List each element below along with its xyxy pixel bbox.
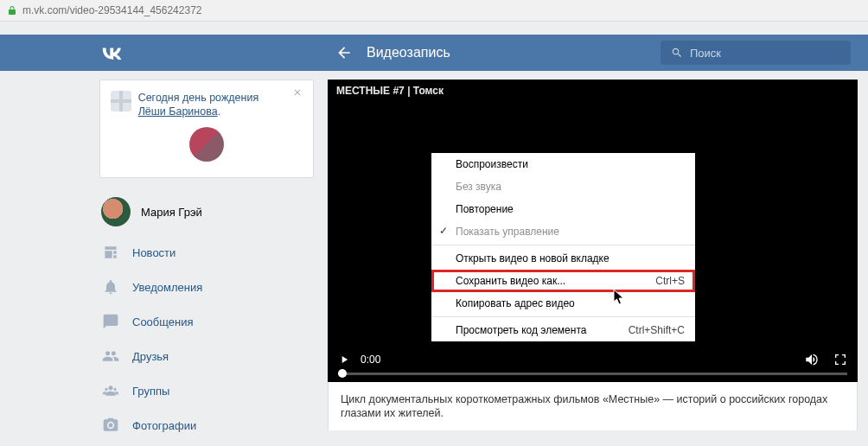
sidebar-item-label: Группы [132, 385, 169, 398]
video-player[interactable]: МЕСТНЫЕ #7 | Томск ВоспроизвестиБез звук… [328, 80, 858, 382]
context-item-label: Просмотреть код элемента [456, 324, 586, 336]
sidebar-item-label: Сообщения [132, 315, 194, 328]
close-icon[interactable] [292, 87, 306, 101]
sidebar-item-photos[interactable]: Фотографии [99, 408, 314, 443]
gift-icon [111, 91, 131, 112]
page-title: Видеозапись [367, 45, 661, 61]
context-item[interactable]: Копировать адрес видео [431, 292, 695, 315]
photo-icon [101, 417, 120, 434]
context-item-shortcut: Ctrl+S [655, 275, 685, 287]
context-menu: ВоспроизвестиБез звукаПовторение✓Показат… [431, 153, 695, 341]
sidebar-item-label: Фотографии [132, 419, 196, 432]
message-icon [101, 313, 120, 330]
groups-icon [101, 382, 120, 399]
vk-logo-icon[interactable] [99, 41, 124, 65]
profile-row[interactable]: Мария Грэй [99, 194, 314, 235]
context-item[interactable]: Просмотреть код элементаCtrl+Shift+C [431, 319, 695, 341]
lock-icon [7, 5, 17, 16]
birthday-avatar[interactable] [189, 127, 224, 162]
address-bar[interactable]: m.vk.com/video-29534144_456242372 [0, 0, 868, 22]
video-title: МЕСТНЫЕ #7 | Томск [328, 80, 858, 102]
birthday-card: Сегодня день рождения Лёши Баринова. [99, 80, 314, 178]
spacer [0, 22, 868, 35]
back-arrow-icon[interactable] [335, 44, 353, 61]
birthday-name[interactable]: Лёши Баринова [138, 105, 218, 118]
search-box[interactable]: Поиск [661, 41, 851, 65]
news-icon [101, 244, 120, 261]
search-icon [671, 47, 683, 59]
context-item[interactable]: Открыть видео в новой вкладке [431, 247, 695, 270]
context-item[interactable]: Воспроизвести [431, 153, 695, 175]
context-item[interactable]: Сохранить видео как...Ctrl+S [431, 270, 695, 292]
progress-handle[interactable] [338, 369, 347, 378]
birthday-text: Сегодня день рождения Лёши Баринова. [138, 91, 259, 118]
sidebar-item-notifications[interactable]: Уведомления [99, 270, 314, 304]
context-item-label: Повторение [456, 203, 514, 215]
profile-name: Мария Грэй [141, 206, 202, 219]
context-item-label: Воспроизвести [456, 158, 528, 170]
friends-icon [101, 347, 120, 365]
sidebar-item-label: Уведомления [132, 281, 202, 294]
progress-bar[interactable] [338, 373, 847, 375]
video-description: Цикл документальных короткометражных фил… [328, 382, 858, 430]
profile-avatar [101, 197, 131, 226]
bell-icon [101, 278, 120, 296]
context-item-label: Копировать адрес видео [456, 297, 575, 309]
video-controls: 0:00 [328, 347, 858, 382]
play-icon[interactable] [338, 354, 350, 366]
volume-icon[interactable] [804, 352, 820, 367]
sidebar-item-label: Друзья [132, 350, 169, 363]
sidebar-item-groups[interactable]: Группы [99, 373, 314, 408]
right-column: МЕСТНЫЕ #7 | Томск ВоспроизвестиБез звук… [328, 80, 858, 430]
sidebar-item-news[interactable]: Новости [99, 235, 314, 270]
context-item-label: Сохранить видео как... [456, 275, 565, 287]
fullscreen-icon[interactable] [833, 353, 847, 366]
birthday-line1: Сегодня день рождения [138, 92, 259, 104]
sidebar-item-friends[interactable]: Друзья [99, 339, 314, 373]
context-item-label: Без звука [456, 181, 501, 193]
check-icon: ✓ [439, 225, 448, 237]
left-column: Сегодня день рождения Лёши Баринова. Мар… [99, 80, 314, 443]
context-item-shortcut: Ctrl+Shift+C [629, 324, 685, 336]
main-area: Сегодня день рождения Лёши Баринова. Мар… [0, 71, 868, 443]
context-item-label: Открыть видео в новой вкладке [456, 252, 610, 264]
app-header: Видеозапись Поиск [0, 35, 868, 71]
context-item-label: Показать управление [456, 226, 559, 238]
address-url: m.vk.com/video-29534144_456242372 [22, 4, 201, 16]
sidebar-nav: Новости Уведомления Сообщения Друзья Гру… [99, 235, 314, 443]
video-time: 0:00 [361, 354, 804, 366]
context-item: ✓Показать управление [431, 220, 695, 243]
sidebar-item-label: Новости [132, 246, 176, 259]
search-placeholder: Поиск [690, 47, 721, 60]
context-item: Без звука [431, 175, 695, 198]
context-separator [431, 316, 695, 317]
sidebar-item-messages[interactable]: Сообщения [99, 304, 314, 339]
context-item[interactable]: Повторение [431, 198, 695, 220]
context-separator [431, 245, 695, 245]
